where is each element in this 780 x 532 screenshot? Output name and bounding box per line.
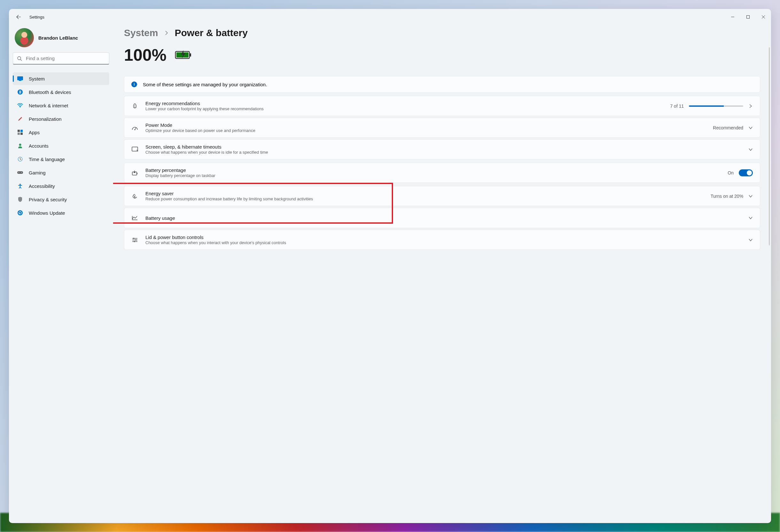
- card-battery-usage[interactable]: Battery usage: [124, 208, 760, 228]
- svg-point-17: [17, 210, 23, 215]
- gamepad-icon: [17, 170, 23, 176]
- sidebar-item-update[interactable]: Windows Update: [13, 206, 109, 219]
- svg-point-21: [135, 129, 136, 130]
- chevron-down-icon: [748, 238, 753, 242]
- toggle-state: On: [728, 170, 734, 176]
- chevron-down-icon: [748, 147, 753, 152]
- svg-rect-8: [17, 133, 20, 135]
- breadcrumb-parent[interactable]: System: [124, 28, 158, 38]
- card-energy-recommendations[interactable]: Energy recommendations Lower your carbon…: [124, 96, 760, 116]
- svg-point-1: [17, 56, 21, 60]
- card-title: Power Mode: [145, 123, 706, 128]
- sidebar-item-gaming[interactable]: Gaming: [13, 166, 109, 179]
- chevron-down-icon: [748, 126, 753, 130]
- svg-point-14: [18, 172, 19, 173]
- search-input[interactable]: [26, 56, 105, 61]
- svg-point-10: [19, 144, 21, 146]
- card-subtitle: Choose what happens when your device is …: [145, 150, 741, 155]
- settings-window: Settings Brandon LeBlanc: [9, 9, 771, 523]
- profile[interactable]: Brandon LeBlanc: [13, 25, 109, 52]
- sidebar-item-system[interactable]: System: [13, 72, 109, 85]
- card-title: Energy saver: [145, 191, 703, 196]
- svg-point-5: [20, 107, 21, 108]
- svg-point-15: [21, 172, 22, 173]
- profile-name: Brandon LeBlanc: [38, 35, 78, 41]
- card-subtitle: Optimize your device based on power use …: [145, 128, 706, 133]
- battery-percent: 100%: [124, 45, 166, 64]
- maximize-button[interactable]: [740, 10, 756, 23]
- energy-saver-icon: [131, 193, 138, 200]
- info-icon: i: [131, 82, 137, 87]
- card-lid-controls[interactable]: Lid & power button controls Choose what …: [124, 230, 760, 250]
- sidebar: Brandon LeBlanc System Bluetooth & devic…: [9, 25, 113, 523]
- card-energy-saver[interactable]: Energy saver Reduce power consumption an…: [124, 186, 760, 206]
- sidebar-item-network[interactable]: Network & internet: [13, 99, 109, 112]
- card-power-mode[interactable]: Power Mode Optimize your device based on…: [124, 117, 760, 138]
- card-subtitle: Lower your carbon footprint by applying …: [145, 106, 663, 111]
- battery-percentage-toggle[interactable]: [739, 170, 753, 176]
- sidebar-item-label: Gaming: [29, 170, 46, 176]
- svg-rect-2: [17, 77, 23, 80]
- card-title: Battery usage: [145, 215, 741, 221]
- sidebar-item-bluetooth[interactable]: Bluetooth & devices: [13, 86, 109, 98]
- battery-in-icon: [131, 170, 138, 176]
- svg-rect-25: [133, 238, 134, 239]
- sliders-icon: [131, 236, 138, 243]
- sidebar-item-label: Accounts: [29, 143, 49, 149]
- svg-rect-13: [17, 171, 23, 174]
- minimize-button[interactable]: [725, 10, 740, 23]
- sidebar-item-label: System: [29, 76, 45, 82]
- apps-icon: [17, 130, 23, 135]
- card-screen-sleep[interactable]: Screen, sleep, & hibernate timeouts Choo…: [124, 139, 760, 159]
- power-mode-value: Recommended: [713, 125, 743, 130]
- sidebar-item-label: Privacy & security: [29, 197, 67, 202]
- svg-rect-22: [132, 147, 138, 151]
- svg-rect-6: [17, 130, 20, 132]
- svg-rect-26: [136, 239, 137, 240]
- scrollbar[interactable]: [769, 47, 770, 245]
- card-title: Lid & power button controls: [145, 235, 741, 240]
- leaf-icon: [131, 103, 138, 110]
- breadcrumb: System Power & battery: [124, 28, 760, 38]
- card-subtitle: Display battery percentage on taskbar: [145, 173, 721, 178]
- search-box[interactable]: [13, 52, 109, 64]
- shield-icon: [17, 196, 23, 202]
- bluetooth-icon: [17, 89, 23, 95]
- svg-rect-0: [747, 16, 750, 18]
- sidebar-item-apps[interactable]: Apps: [13, 126, 109, 139]
- clock-icon: [17, 156, 23, 162]
- card-subtitle: Choose what happens when you interact wi…: [145, 240, 741, 245]
- card-title: Energy recommendations: [145, 101, 663, 106]
- chevron-down-icon: [748, 216, 753, 220]
- sidebar-item-label: Time & language: [29, 156, 65, 162]
- sidebar-item-label: Personalization: [29, 116, 62, 122]
- card-title: Screen, sleep, & hibernate timeouts: [145, 144, 741, 150]
- svg-rect-24: [137, 173, 137, 174]
- chevron-right-icon: [164, 30, 169, 36]
- nav: System Bluetooth & devices Network & int…: [13, 72, 109, 219]
- back-button[interactable]: [11, 10, 26, 24]
- svg-rect-7: [20, 130, 23, 132]
- sidebar-item-privacy[interactable]: Privacy & security: [13, 193, 109, 206]
- breadcrumb-current: Power & battery: [175, 28, 248, 38]
- sidebar-item-accounts[interactable]: Accounts: [13, 139, 109, 152]
- sidebar-item-label: Windows Update: [29, 210, 65, 216]
- svg-point-16: [19, 184, 21, 185]
- titlebar: Settings: [9, 9, 771, 25]
- app-title: Settings: [30, 15, 44, 19]
- brush-icon: [17, 116, 23, 122]
- sidebar-item-label: Apps: [29, 130, 40, 135]
- sidebar-item-time[interactable]: Time & language: [13, 153, 109, 165]
- chevron-right-icon: [748, 104, 753, 108]
- sidebar-item-personalization[interactable]: Personalization: [13, 112, 109, 125]
- sidebar-item-label: Bluetooth & devices: [29, 90, 71, 95]
- avatar: [15, 28, 34, 47]
- banner-text: Some of these settings are managed by yo…: [143, 82, 267, 87]
- close-icon: [762, 15, 765, 19]
- close-button[interactable]: [756, 10, 771, 23]
- main-content: System Power & battery 100% i Some of th…: [113, 25, 771, 523]
- sidebar-item-accessibility[interactable]: Accessibility: [13, 180, 109, 192]
- energy-saver-value: Turns on at 20%: [711, 194, 743, 199]
- card-battery-percentage[interactable]: Battery percentage Display battery perce…: [124, 163, 760, 183]
- svg-rect-3: [19, 80, 21, 81]
